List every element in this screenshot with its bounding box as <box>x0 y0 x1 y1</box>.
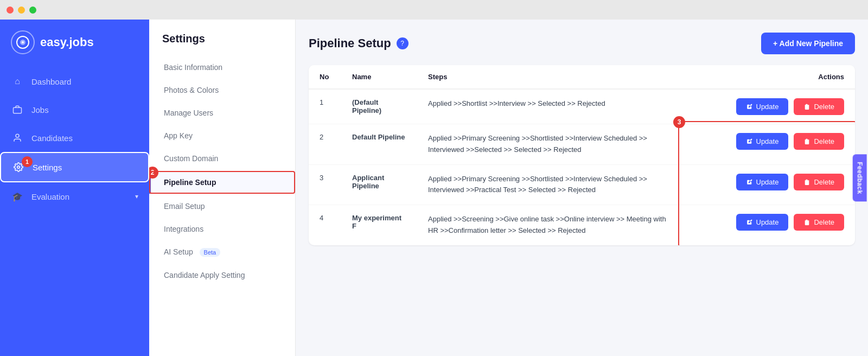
delete-button[interactable]: Delete <box>794 214 844 231</box>
update-button[interactable]: Update <box>736 214 789 231</box>
settings-item-app-key[interactable]: App Key <box>149 124 295 147</box>
cell-no: 4 <box>309 205 341 245</box>
cell-actions: UpdateDelete <box>681 164 855 205</box>
cell-name: (Default Pipeline) <box>341 89 417 124</box>
table-row: 4My experiment FApplied >>Screening >>Gi… <box>309 205 855 245</box>
update-button[interactable]: Update <box>736 98 789 115</box>
settings-item-custom-domain[interactable]: Custom Domain <box>149 147 295 170</box>
settings-badge: 1 <box>22 156 33 167</box>
table-row: 2Default PipelineApplied >>Primary Scree… <box>309 124 855 165</box>
update-button[interactable]: Update <box>736 133 789 150</box>
sidebar-logo: easy.jobs <box>0 20 149 67</box>
logo-icon <box>11 30 35 54</box>
delete-button[interactable]: Delete <box>794 98 844 115</box>
cell-no: 1 <box>309 89 341 124</box>
settings-menu: Basic Information Photos & Colors Manage… <box>149 56 295 287</box>
settings-item-basic-information[interactable]: Basic Information <box>149 56 295 79</box>
svg-point-2 <box>22 41 24 43</box>
cell-name: Default Pipeline <box>341 124 417 165</box>
pipeline-setup-wrapper: 2 Pipeline Setup <box>149 171 295 194</box>
pipeline-table-container: No Name Steps Actions 1(Default Pipeline… <box>309 65 855 245</box>
titlebar <box>0 0 868 20</box>
cell-steps: Applied >>Primary Screening >>Shortliste… <box>417 124 681 165</box>
sidebar-item-candidates[interactable]: Candidates <box>0 124 149 152</box>
action-buttons: UpdateDelete <box>692 133 844 150</box>
evaluation-icon: 🎓 <box>11 190 24 203</box>
sidebar-item-dashboard[interactable]: ⌂ Dashboard <box>0 67 149 96</box>
ai-setup-beta-badge: Beta <box>200 248 221 257</box>
svg-rect-3 <box>14 107 22 113</box>
table-row: 1(Default Pipeline)Applied >>Shortlist >… <box>309 89 855 124</box>
sidebar-item-evaluation[interactable]: 🎓 Evaluation ▾ <box>0 182 149 211</box>
sidebar: easy.jobs ⌂ Dashboard Jobs <box>0 20 149 356</box>
sidebar-item-settings[interactable]: 1 Settings <box>0 152 149 182</box>
settings-panel: Settings Basic Information Photos & Colo… <box>149 20 296 356</box>
settings-item-ai-setup[interactable]: AI Setup Beta <box>149 240 295 264</box>
sidebar-item-label: Candidates <box>31 134 73 143</box>
main-header: Pipeline Setup ? + Add New Pipeline <box>309 33 855 54</box>
settings-item-email-setup[interactable]: Email Setup <box>149 195 295 218</box>
cell-steps: Applied >>Shortlist >>Interview >> Selec… <box>417 89 681 124</box>
table-body: 1(Default Pipeline)Applied >>Shortlist >… <box>309 89 855 245</box>
action-buttons: UpdateDelete <box>692 98 844 115</box>
page-title-text: Pipeline Setup <box>309 36 391 50</box>
settings-item-integrations[interactable]: Integrations <box>149 218 295 240</box>
main-content: Pipeline Setup ? + Add New Pipeline No N… <box>296 20 868 356</box>
add-new-pipeline-button[interactable]: + Add New Pipeline <box>761 33 855 54</box>
svg-point-5 <box>17 166 20 169</box>
cell-actions: UpdateDelete <box>681 205 855 245</box>
pipeline-setup-badge: 2 <box>149 167 158 179</box>
cell-steps: Applied >>Primary Screening >>Shortliste… <box>417 164 681 205</box>
col-header-no: No <box>309 65 341 89</box>
sidebar-item-label: Settings <box>33 163 62 172</box>
cell-name: Applicant Pipeline <box>341 164 417 205</box>
maximize-button[interactable] <box>29 7 36 14</box>
sidebar-item-label: Dashboard <box>31 77 71 86</box>
cell-no: 2 <box>309 124 341 165</box>
svg-point-4 <box>16 134 19 137</box>
close-button[interactable] <box>7 7 14 14</box>
table-header-row: No Name Steps Actions <box>309 65 855 89</box>
settings-item-manage-users[interactable]: Manage Users <box>149 101 295 124</box>
cell-actions: UpdateDelete <box>681 124 855 165</box>
delete-button[interactable]: Delete <box>794 174 844 190</box>
candidates-icon <box>11 131 24 144</box>
feedback-tab[interactable]: Feedback <box>852 154 866 201</box>
cell-actions: UpdateDelete <box>681 89 855 124</box>
sidebar-item-jobs[interactable]: Jobs <box>0 96 149 124</box>
pipeline-table: No Name Steps Actions 1(Default Pipeline… <box>309 65 855 245</box>
help-icon[interactable]: ? <box>397 37 409 49</box>
jobs-icon <box>11 103 24 116</box>
sidebar-item-label: Evaluation <box>31 192 69 201</box>
page-title: Pipeline Setup ? <box>309 36 409 50</box>
table-row: 3Applicant PipelineApplied >>Primary Scr… <box>309 164 855 205</box>
settings-panel-title: Settings <box>149 33 295 56</box>
cell-steps: Applied >>Screening >>Give online task >… <box>417 205 681 245</box>
chevron-down-icon: ▾ <box>135 193 138 200</box>
cell-no: 3 <box>309 164 341 205</box>
cell-name: My experiment F <box>341 205 417 245</box>
col-header-name: Name <box>341 65 417 89</box>
settings-item-candidate-apply[interactable]: Candidate Apply Setting <box>149 264 295 287</box>
col-header-steps: Steps <box>417 65 681 89</box>
update-button[interactable]: Update <box>736 174 789 190</box>
settings-item-pipeline-setup[interactable]: 2 Pipeline Setup <box>149 171 295 194</box>
action-buttons: UpdateDelete <box>692 174 844 190</box>
logo-text: easy.jobs <box>40 35 94 49</box>
minimize-button[interactable] <box>18 7 25 14</box>
home-icon: ⌂ <box>11 75 24 88</box>
sidebar-nav: ⌂ Dashboard Jobs Candidates <box>0 67 149 211</box>
action-buttons: UpdateDelete <box>692 214 844 231</box>
col-header-actions: Actions <box>681 65 855 89</box>
sidebar-item-label: Jobs <box>31 105 49 115</box>
delete-button[interactable]: Delete <box>794 133 844 150</box>
settings-item-photos-colors[interactable]: Photos & Colors <box>149 79 295 101</box>
